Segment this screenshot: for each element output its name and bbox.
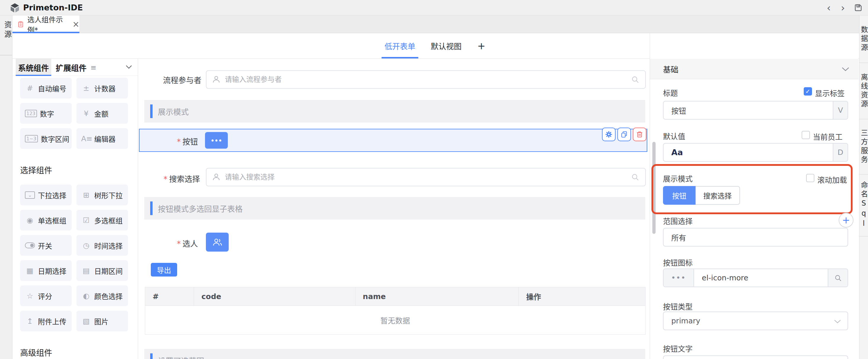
component-tree-dropdown[interactable]: ⊞树形下拉 bbox=[76, 185, 128, 205]
component-list-icon[interactable]: ≡ bbox=[90, 63, 96, 72]
component-color-picker[interactable]: ◐颜色选择 bbox=[76, 285, 128, 306]
component-dropdown-select[interactable]: ⌄下拉选择 bbox=[20, 185, 72, 205]
component-attachment-upload[interactable]: ↥附件上传 bbox=[20, 311, 72, 331]
search-select-field-label: *搜索选择 bbox=[138, 173, 200, 184]
range-1-3-icon: 1~3 bbox=[25, 135, 38, 142]
nav-forward-icon[interactable]: › bbox=[840, 3, 846, 13]
tab-extended-components[interactable]: 扩展组件 bbox=[53, 59, 89, 76]
person-icon bbox=[212, 75, 221, 84]
search-select-input-field[interactable] bbox=[225, 173, 631, 181]
title-property-label: 标题 bbox=[663, 87, 678, 98]
section-title: 设置可选范围 bbox=[158, 355, 204, 359]
export-button[interactable]: 导出 bbox=[151, 263, 177, 277]
sidebar-tab-named-sql[interactable]: 命名Sql bbox=[860, 174, 868, 237]
save-icon[interactable] bbox=[854, 3, 863, 12]
clock-icon: ◷ bbox=[81, 241, 91, 250]
component-amount[interactable]: ¥金额 bbox=[76, 103, 128, 124]
button-type-select[interactable]: primary bbox=[663, 311, 848, 330]
range-select-label: 范围选择 bbox=[663, 215, 693, 226]
close-tab-icon[interactable]: × bbox=[72, 20, 80, 28]
gear-icon bbox=[605, 131, 613, 138]
section-accent-bar bbox=[150, 105, 153, 118]
current-employee-checkbox-label: 当前员工 bbox=[813, 131, 842, 142]
button-text-input[interactable] bbox=[663, 356, 847, 359]
title-input[interactable] bbox=[663, 102, 833, 119]
component-number[interactable]: 123数字 bbox=[20, 103, 72, 124]
tree-icon: ⊞ bbox=[81, 191, 91, 199]
default-suffix-addon[interactable]: D bbox=[833, 144, 847, 161]
checklist-icon: ☑ bbox=[81, 216, 91, 225]
add-range-button[interactable]: + bbox=[839, 213, 854, 227]
sidebar-tab-resources[interactable]: 资源 bbox=[0, 21, 12, 40]
collapse-panel-chevron-icon[interactable] bbox=[125, 65, 132, 70]
component-editor[interactable]: A≡编辑器 bbox=[76, 128, 128, 149]
show-label-checkbox[interactable]: ✓ bbox=[804, 87, 812, 95]
display-mode-option-search[interactable]: 搜索选择 bbox=[695, 186, 740, 205]
tab-lowcode-form[interactable]: 低开表单 bbox=[383, 33, 417, 58]
title-suffix-addon[interactable]: V bbox=[833, 102, 847, 119]
person-picker-button[interactable] bbox=[206, 232, 229, 252]
chevron-down-icon bbox=[834, 319, 841, 324]
required-mark: * bbox=[177, 240, 181, 248]
subtable-column-code: code bbox=[194, 287, 355, 306]
widget-copy-button[interactable] bbox=[617, 128, 631, 141]
icon-search-addon[interactable] bbox=[828, 269, 847, 286]
nav-back-icon[interactable]: ‹ bbox=[826, 3, 832, 13]
default-value-input[interactable] bbox=[663, 144, 833, 161]
component-time-picker[interactable]: ◷时间选择 bbox=[76, 235, 128, 256]
person-field-label: *选人 bbox=[138, 238, 198, 249]
add-view-tab-button[interactable]: + bbox=[474, 33, 488, 58]
plus-minus-icon: ± bbox=[81, 84, 91, 92]
app-title: Primeton-IDE bbox=[23, 3, 83, 12]
section-display-mode[interactable]: 展示模式 bbox=[144, 100, 645, 122]
topbar: Primeton-IDE ‹ › bbox=[0, 0, 868, 16]
participant-input-field[interactable] bbox=[225, 75, 631, 84]
search-select-input[interactable] bbox=[206, 168, 646, 186]
section-subtable[interactable]: 按钮模式多选回显子表格 bbox=[144, 197, 645, 220]
button-type-value: primary bbox=[671, 316, 700, 325]
document-tab[interactable]: 选人组件示例* × bbox=[12, 16, 80, 33]
component-checkbox-group[interactable]: ☑多选框组 bbox=[76, 210, 128, 230]
component-rating[interactable]: ☆评分 bbox=[20, 285, 72, 306]
component-date-range[interactable]: ▤日期区间 bbox=[76, 260, 128, 281]
range-input[interactable] bbox=[663, 228, 847, 246]
current-employee-checkbox[interactable] bbox=[802, 131, 810, 139]
props-section-basic[interactable]: 基础 bbox=[650, 59, 859, 79]
group-title-advanced-components: 高级组件 bbox=[20, 347, 138, 358]
button-icon-label: 按钮图标 bbox=[663, 257, 693, 268]
button-icon-input[interactable] bbox=[694, 269, 828, 286]
required-mark: * bbox=[177, 137, 181, 146]
widget-delete-button[interactable] bbox=[633, 128, 646, 141]
radio-icon: ◉ bbox=[25, 216, 35, 225]
widget-settings-button[interactable] bbox=[602, 128, 616, 141]
tab-system-components[interactable]: 系统组件 bbox=[16, 59, 51, 76]
component-radio-group[interactable]: ◉单选框组 bbox=[20, 210, 72, 230]
display-mode-option-button[interactable]: 按钮 bbox=[663, 186, 695, 205]
component-switch[interactable]: 开关 bbox=[20, 235, 72, 256]
subtable-column-index: # bbox=[145, 287, 194, 306]
strip-divider bbox=[0, 55, 12, 55]
yen-icon: ¥ bbox=[81, 109, 91, 118]
subtable-empty-state: 暂无数据 bbox=[145, 306, 645, 334]
component-counter[interactable]: ±计数器 bbox=[76, 78, 128, 99]
component-number-range[interactable]: 1~3数字区间 bbox=[20, 128, 72, 149]
section-range-clipped[interactable]: 设置可选范围 bbox=[144, 349, 645, 359]
props-scrollbar-thumb[interactable] bbox=[652, 142, 656, 234]
participant-input[interactable] bbox=[206, 70, 646, 89]
tab-default-view[interactable]: 默认视图 bbox=[428, 33, 464, 58]
form-canvas: 流程参与者 展示模式 *按钮 bbox=[138, 59, 650, 359]
search-icon bbox=[834, 274, 842, 282]
button-type-label: 按钮类型 bbox=[663, 301, 693, 311]
component-date-picker[interactable]: ▦日期选择 bbox=[20, 260, 72, 281]
component-auto-number[interactable]: #自动编号 bbox=[20, 78, 72, 99]
scroll-load-checkbox[interactable] bbox=[806, 174, 814, 182]
component-panel-tabs: 系统组件 扩展组件 ≡ bbox=[12, 59, 138, 76]
calendar-icon: ▦ bbox=[25, 267, 35, 275]
component-image[interactable]: ▧图片 bbox=[76, 311, 128, 331]
sidebar-tab-offline-resources[interactable]: 离线资源 bbox=[860, 63, 868, 119]
scroll-load-checkbox-label: 滚动加载 bbox=[817, 174, 847, 185]
sidebar-tab-datasource[interactable]: 数据源 bbox=[860, 16, 868, 63]
sidebar-tab-third-party-services[interactable]: 三方服务 bbox=[860, 119, 868, 174]
picker-more-button[interactable] bbox=[205, 132, 228, 149]
icon-preview-addon[interactable]: ••• bbox=[663, 269, 694, 286]
